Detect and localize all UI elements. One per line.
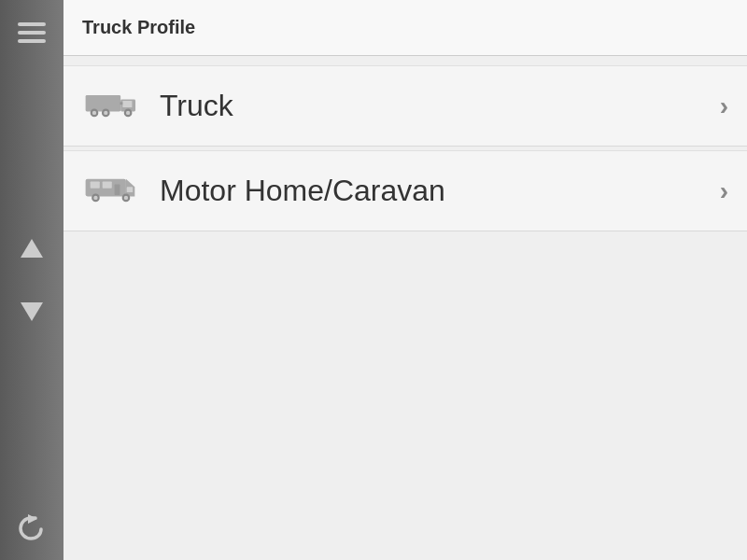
header: Truck Profile (63, 0, 747, 56)
svg-rect-17 (127, 187, 134, 192)
back-arrow-icon (15, 511, 49, 544)
scroll-up-button[interactable] (11, 230, 52, 271)
truck-chevron-icon: › (720, 91, 728, 121)
svg-rect-6 (120, 102, 122, 105)
motorhome-chevron-icon: › (720, 176, 728, 206)
truck-icon (82, 83, 143, 129)
svg-point-20 (93, 196, 97, 200)
svg-rect-5 (122, 101, 132, 107)
svg-point-8 (92, 111, 96, 115)
sidebar-top (8, 9, 55, 56)
svg-rect-15 (91, 182, 100, 189)
svg-rect-18 (115, 184, 120, 195)
sidebar (0, 0, 63, 560)
hamburger-menu-button[interactable] (8, 9, 55, 56)
hamburger-icon (18, 22, 46, 43)
motorhome-menu-item[interactable]: Motor Home/Caravan › (63, 150, 747, 231)
main-content: Truck Profile (63, 0, 747, 560)
up-arrow-icon (17, 235, 47, 265)
sidebar-middle (11, 230, 52, 330)
svg-point-22 (124, 196, 128, 200)
back-button[interactable] (8, 504, 55, 551)
truck-label: Truck (160, 89, 720, 123)
down-arrow-icon (17, 295, 47, 325)
page-title: Truck Profile (82, 17, 195, 38)
svg-rect-16 (103, 182, 112, 189)
sidebar-bottom (8, 504, 55, 551)
motorhome-label: Motor Home/Caravan (160, 174, 720, 208)
svg-point-12 (126, 111, 130, 115)
svg-rect-3 (86, 95, 121, 111)
svg-marker-1 (21, 302, 43, 321)
menu-area: Truck › (63, 56, 747, 560)
truck-menu-item[interactable]: Truck › (63, 65, 747, 147)
scroll-down-button[interactable] (11, 289, 52, 330)
svg-marker-2 (28, 514, 37, 524)
svg-point-10 (104, 111, 107, 115)
motorhome-icon (82, 168, 143, 214)
svg-marker-0 (21, 239, 43, 258)
